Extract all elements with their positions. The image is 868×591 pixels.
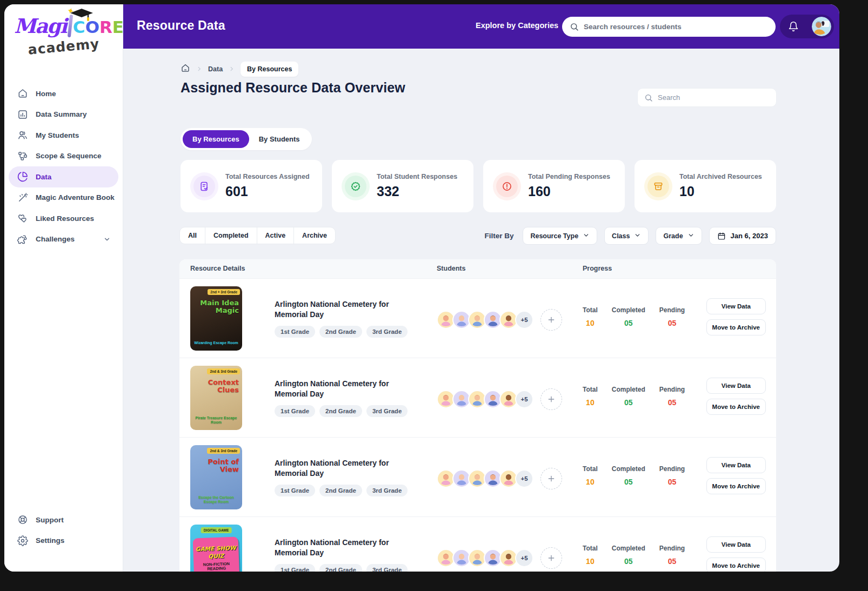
chevron-down-icon [583, 232, 590, 240]
thumbnail-grade-badge: DIGITAL GAME [201, 527, 232, 533]
progress-label: Total [583, 465, 598, 473]
dropdown-class[interactable]: Class [604, 227, 649, 245]
header-search[interactable] [562, 17, 776, 37]
grade-tag: 2nd Grade [319, 485, 362, 496]
progress-cell: Total10Completed05Pending05 [583, 545, 685, 566]
view-data-button[interactable]: View Data [706, 298, 766, 314]
scope-sequence-icon [17, 151, 28, 162]
stat-value: 10 [679, 184, 762, 199]
stat-card: Total Pending Responses160 [483, 160, 625, 212]
date-picker[interactable]: Jan 6, 2023 [709, 227, 776, 245]
chevron-right-icon [196, 64, 202, 74]
progress-cell: Total10Completed05Pending05 [583, 386, 685, 407]
sidebar-item-data-summary[interactable]: Data Summary [4, 104, 123, 125]
top-header-bar: Resource Data Explore by Categories [123, 4, 839, 49]
segment-all[interactable]: All [180, 227, 205, 244]
resource-thumbnail[interactable]: 2nd & 3rd GradePoint of ViewEscape the C… [190, 445, 242, 509]
page-search-input[interactable] [658, 93, 770, 102]
extra-students-count[interactable]: +5 [515, 390, 533, 408]
sidebar-item-data[interactable]: Data [9, 166, 118, 187]
puzzle-icon [17, 234, 28, 245]
students-cell: +5 [437, 547, 562, 569]
move-to-archive-button[interactable]: Move to Archive [706, 478, 766, 494]
search-icon [570, 22, 579, 31]
dropdown-grade[interactable]: Grade [656, 227, 702, 245]
notification-bell-icon[interactable] [788, 21, 799, 32]
move-to-archive-button[interactable]: Move to Archive [706, 558, 766, 572]
sidebar-item-home[interactable]: Home [4, 83, 123, 104]
grade-tag: 3rd Grade [366, 405, 408, 417]
breadcrumb-item[interactable]: Data [208, 65, 223, 73]
resource-info: Arlington National Cemetery for Memorial… [275, 458, 411, 496]
progress-total: Total10 [583, 545, 598, 566]
graduation-cap-icon [70, 9, 93, 24]
thumbnail-subtitle: NON-FICTION READING [193, 562, 239, 572]
add-student-button[interactable] [540, 388, 562, 410]
progress-label: Pending [659, 386, 685, 393]
progress-value: 10 [583, 398, 598, 407]
resources-table: Resource DetailsStudentsProgress 2nd + 3… [179, 259, 776, 572]
add-student-button[interactable] [540, 468, 562, 489]
sidebar-item-label: Data [36, 173, 51, 181]
progress-value: 05 [612, 398, 645, 407]
progress-label: Total [583, 386, 598, 393]
row-actions: View DataMove to Archive [706, 457, 766, 494]
sidebar-footer-nav: SupportSettings [4, 509, 123, 551]
sidebar-item-label: Settings [36, 536, 64, 545]
extra-students-count[interactable]: +5 [515, 549, 533, 567]
view-data-button[interactable]: View Data [706, 378, 766, 394]
grade-tag: 1st Grade [275, 326, 315, 338]
user-avatar[interactable] [812, 17, 831, 36]
sidebar-item-magic-adventure-book[interactable]: Magic Adventure Book [4, 187, 123, 209]
stat-text: Total Student Responses332 [377, 173, 457, 199]
sidebar-item-label: Scope & Sequence [36, 152, 102, 160]
move-to-archive-button[interactable]: Move to Archive [706, 319, 766, 335]
students-cell: +5 [437, 388, 562, 410]
breadcrumb-item[interactable]: By Resources [241, 62, 298, 77]
add-student-button[interactable] [540, 547, 562, 569]
sidebar-item-scope-sequence[interactable]: Scope & Sequence [4, 146, 123, 167]
grade-tag: 2nd Grade [319, 326, 362, 338]
alert-circle-icon [496, 176, 518, 197]
header-search-input[interactable] [584, 23, 768, 31]
badge-check-icon [345, 176, 366, 197]
page-search[interactable] [637, 88, 777, 107]
thumbnail-subtitle: Wizarding Escape Room [192, 341, 241, 345]
progress-completed: Completed05 [612, 386, 645, 407]
resource-grade-tags: 1st Grade2nd Grade3rd Grade [275, 485, 411, 496]
thumbnail-grade-badge: 2nd + 3rd Grade [208, 289, 240, 295]
progress-completed: Completed05 [612, 465, 645, 486]
sidebar-item-my-students[interactable]: My Students [4, 125, 123, 146]
add-student-button[interactable] [540, 309, 562, 331]
move-to-archive-button[interactable]: Move to Archive [706, 399, 766, 415]
extra-students-count[interactable]: +5 [515, 469, 533, 488]
extra-students-count[interactable]: +5 [515, 311, 533, 329]
table-row: 2nd & 3rd GradeContext CluesPirate Treas… [179, 358, 776, 437]
resource-thumbnail[interactable]: DIGITAL GAMEGAME SHOW QUIZNON-FICTION RE… [190, 525, 242, 572]
sidebar-item-label: Support [36, 516, 64, 524]
resource-thumbnail[interactable]: 2nd + 3rd GradeMain Idea MagicWizarding … [190, 286, 242, 351]
sidebar-item-challenges[interactable]: Challenges [4, 229, 123, 250]
stat-text: Total Resources Assigned601 [225, 173, 310, 199]
filter-by-label: Filter By [484, 232, 513, 240]
sidebar-item-label: Magic Adventure Book [36, 193, 115, 202]
progress-value: 05 [612, 557, 645, 566]
table-row: 2nd + 3rd GradeMain Idea MagicWizarding … [179, 278, 776, 358]
sidebar-item-liked-resources[interactable]: Liked Resources [4, 208, 123, 229]
dropdown-resource-type[interactable]: Resource Type [523, 227, 597, 245]
explore-by-categories-link[interactable]: Explore by Categories [476, 21, 558, 30]
view-data-button[interactable]: View Data [706, 457, 766, 473]
segment-archive[interactable]: Archive [293, 227, 335, 244]
home-icon [181, 63, 190, 75]
tab-by-students[interactable]: By Students [249, 130, 310, 148]
segment-completed[interactable]: Completed [205, 227, 257, 244]
stat-value: 160 [528, 184, 610, 199]
stat-card: Total Resources Assigned601 [181, 160, 322, 212]
resource-thumbnail[interactable]: 2nd & 3rd GradeContext CluesPirate Treas… [190, 366, 242, 430]
tab-by-resources[interactable]: By Resources [183, 130, 249, 148]
sidebar-item-settings[interactable]: Settings [4, 530, 123, 552]
segment-active[interactable]: Active [257, 227, 294, 244]
sidebar-item-support[interactable]: Support [4, 509, 123, 530]
table-row: DIGITAL GAMEGAME SHOW QUIZNON-FICTION RE… [179, 516, 776, 572]
view-data-button[interactable]: View Data [706, 536, 766, 553]
